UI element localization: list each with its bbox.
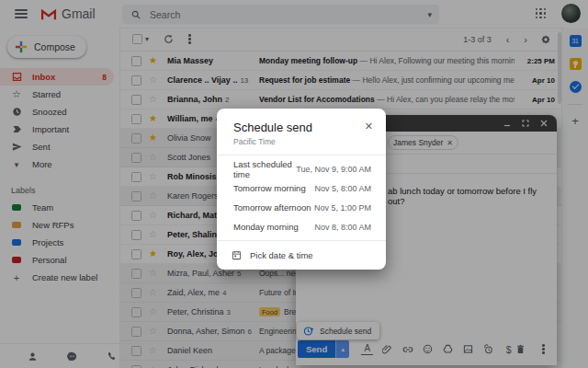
schedule-option-time: Nov 8, 8:00 AM	[314, 223, 371, 232]
pick-date-time-label: Pick date & time	[250, 250, 313, 260]
dialog-options: Last scheduled time Tue, Nov 9, 9:00 AM …	[217, 155, 386, 240]
schedule-option-label: Monday morning	[233, 222, 314, 232]
schedule-option[interactable]: Monday morning Nov 8, 8:00 AM	[217, 217, 386, 236]
schedule-option[interactable]: Tomorrow afternoon Nov 5, 1:00 PM	[217, 198, 386, 217]
schedule-option-label: Tomorrow afternoon	[233, 202, 314, 213]
schedule-option-time: Nov 5, 1:00 PM	[314, 203, 371, 213]
dialog-timezone: Pacific Time	[233, 137, 369, 146]
dialog-close-icon[interactable]: ✕	[363, 121, 375, 132]
schedule-option[interactable]: Tomorrow morning Nov 5, 8:00 AM	[217, 178, 386, 198]
schedule-option-time: Tue, Nov 9, 9:00 AM	[296, 165, 371, 174]
dialog-title: Schedule send	[233, 121, 363, 134]
schedule-option-label: Tomorrow morning	[233, 183, 314, 193]
schedule-option[interactable]: Last scheduled time Tue, Nov 9, 9:00 AM	[217, 159, 386, 178]
pick-date-time-button[interactable]: Pick date & time	[217, 241, 386, 270]
gmail-app: Gmail ▾ Compose	[0, 0, 588, 368]
schedule-send-dialog: Schedule send ✕ Pacific Time Last schedu…	[217, 109, 386, 270]
schedule-option-time: Nov 5, 8:00 AM	[314, 184, 371, 193]
schedule-option-label: Last scheduled time	[233, 159, 296, 179]
calendar-pick-icon	[232, 250, 242, 260]
